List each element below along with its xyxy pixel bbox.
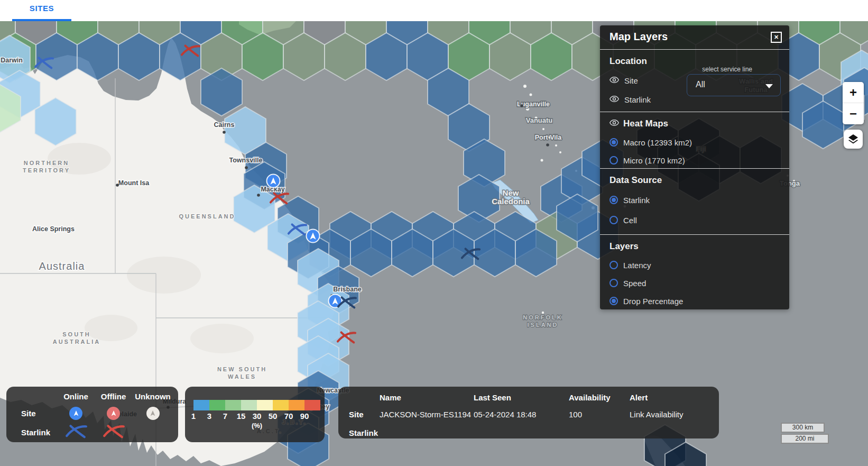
close-icon[interactable] [771,32,782,43]
service-line-selected-value: All [696,80,705,89]
zoom-control: + − [843,82,864,124]
eye-icon [610,95,619,104]
map-layers-title: Map Layers [610,31,668,43]
starlink-marker-online [64,424,88,440]
starlink-marker-offline [102,424,125,440]
info-header-availability: Availability [569,390,630,405]
color-scale-value: 50 [265,412,281,421]
info-header-name: Name [380,390,474,405]
radio-row-micro-1770-km2[interactable]: Micro (1770 km2) [610,151,780,169]
map-label-australia: Australia [39,260,85,272]
zoom-in-button[interactable]: + [843,82,864,103]
location-item-label: Site [624,76,638,85]
radio-row-latency[interactable]: Latency [610,256,780,274]
radio-button[interactable] [610,297,618,305]
tab-active-underline [12,19,71,21]
tab-sites[interactable]: SITES [12,4,71,13]
section-data-source: Data Source StarlinkCell [600,168,789,234]
color-scale-segment [225,400,241,410]
radio-button[interactable] [610,138,618,147]
info-last-seen: 05-24-2024 18:48 [474,405,569,424]
hex-cell[interactable] [201,68,242,116]
zoom-out-button[interactable]: − [843,103,864,124]
color-scale-value: 90 [297,412,312,421]
location-item-label: Starlink [624,95,651,104]
eye-icon[interactable] [610,118,619,129]
starlink-icon [64,424,88,438]
color-scale-value: 30 [249,412,265,421]
site-marker[interactable] [267,175,280,188]
radio-row-macro-12393-km2[interactable]: Macro (12393 km2) [610,133,780,151]
color-scale-segment [273,400,289,410]
map-label-vanuatu: Vanuatu [526,116,553,124]
info-header-last-seen: Last Seen [474,390,569,405]
radio-row-speed[interactable]: Speed [610,274,780,292]
radio-button[interactable] [610,156,618,165]
chevron-down-icon [765,84,773,88]
radio-row-drop-percentage[interactable]: Drop Percentage [610,292,780,310]
legend-column-unknown: Unknown [132,390,173,404]
radio-button[interactable] [610,196,618,204]
color-scale-value: 7 [217,412,233,421]
radio-label: Micro (1770 km2) [623,156,685,165]
info-row-label: Site [349,405,380,424]
map-label-port-vila: Port Vila [535,134,562,141]
color-scale-segment [193,400,209,410]
layers-title: Layers [610,235,780,252]
legend-column-offline: Offline [95,390,132,404]
map-label-alice-springs: Alice Springs [32,225,75,233]
info-last-seen [474,424,569,442]
service-line-select[interactable]: All [687,74,781,96]
legend-column-online: Online [57,390,95,404]
data-source-title: Data Source [610,169,780,186]
color-scale-segment [209,400,225,410]
color-scale-value: 15 [233,412,249,421]
radio-row-cell[interactable]: Cell [610,210,780,230]
legend-row-label: Starlink [6,423,57,442]
map-layers-panel: Map Layers Location SiteStarlink select … [600,25,789,309]
radio-button[interactable] [610,279,618,287]
base-layers-button[interactable] [844,130,863,149]
radio-row-starlink[interactable]: Starlink [610,190,780,210]
color-scale-bar [193,400,320,410]
color-scale-value: 70 [281,412,297,421]
color-scale-value: 3 [201,412,217,421]
location-title: Location [610,50,780,67]
site-marker-online [69,407,82,420]
eye-icon [610,76,619,85]
site-marker-unknown [146,407,160,420]
map-label-norfolk-island: NORFOLKISLAND [523,314,562,328]
map-label-brisbane: Brisbane [333,286,362,293]
section-location: Location SiteStarlink select service lin… [600,49,789,112]
radio-label: Latency [623,261,651,270]
service-line-select-label: select service line [702,66,752,73]
site-marker[interactable] [307,230,320,243]
color-scale-value: 1 [186,412,201,421]
info-name: JACKSON-Storm-ES1194 [380,405,474,424]
color-scale-unit: (%) [193,422,320,430]
color-scale-segment [241,400,257,410]
radio-label: Drop Percentage [623,297,683,306]
info-availability: 100 [569,405,630,424]
radio-button[interactable] [610,261,618,269]
map-scale-mi: 200 mi [781,434,829,444]
layers-icon [847,133,860,145]
color-scale-segment [289,400,304,410]
legend-row-label: Site [6,404,57,423]
color-scale-segment [304,400,320,410]
info-name [380,424,474,442]
section-layers: Layers LatencySpeedDrop Percentage [600,234,789,309]
map-label-queensland: QUEENSLAND [179,213,235,220]
info-alert: Link Availability [630,405,719,424]
heat-maps-title: Heat Maps [623,118,668,129]
site-info-panel: NameLast SeenAvailabilityAlertSiteJACKSO… [338,387,719,438]
marker-legend-panel: OnlineOfflineUnknownSiteStarlink [6,387,178,442]
radio-label: Cell [623,216,637,225]
info-availability [569,424,630,442]
radio-button[interactable] [610,216,618,224]
radio-label: Starlink [623,196,650,205]
map-layers-header: Map Layers [600,25,789,49]
section-heat-maps: Heat Maps Macro (12393 km2)Micro (1770 k… [600,112,789,168]
radio-label: Macro (12393 km2) [623,138,692,147]
map-label-cairns: Cairns [214,121,235,129]
